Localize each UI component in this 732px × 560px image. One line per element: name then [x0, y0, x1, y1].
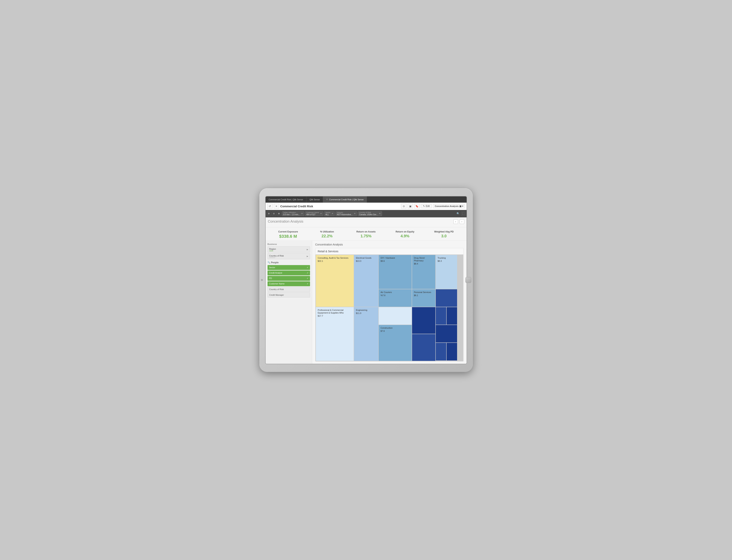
- back-button[interactable]: ↺: [267, 203, 272, 209]
- close-icon-sector[interactable]: ✕: [331, 212, 333, 215]
- sheet-label: Concentration Analysis: [435, 205, 459, 207]
- sidebar-country-risk-label: Country of Risk: [269, 255, 284, 257]
- bookmark-icon: 🔖: [416, 205, 419, 208]
- close-icon-tab3: ✕: [326, 198, 328, 201]
- country-of-risk-sidebar-label: Country of Risk: [269, 288, 284, 290]
- treemap-cell-drugstore[interactable]: Drug Store/ Pharmacy $8.4: [412, 255, 435, 289]
- main-content: Business Region ▶ Country of Risk ▶: [265, 241, 467, 364]
- treemap-cell-consulting[interactable]: Consulting, Audit & Tax Services $22.1: [316, 255, 354, 307]
- filter-icon-3[interactable]: ⊠: [277, 212, 281, 216]
- treemap-cell-construction[interactable]: Construction $7.6: [379, 325, 412, 361]
- next-arrow-icon: ›: [462, 220, 462, 223]
- treemap-cell-dark-6[interactable]: [447, 343, 457, 360]
- region-arrow-icon: ▶: [307, 248, 308, 251]
- kpi-current-exposure-label: Current Exposure: [269, 230, 308, 233]
- credit-analyst-checkmark-icon: ✓: [307, 272, 308, 274]
- filter-icon-2[interactable]: ⊟: [272, 212, 276, 216]
- filter-chip-industry[interactable]: Industry NOT Automotive... ✕: [335, 211, 357, 216]
- app-toolbar: ↺ ≡ Commercial Credit Risk ⊙ ▣ 🔖 ✎ Edit …: [265, 203, 467, 210]
- sidebar-country-risk-item[interactable]: Country of Risk ▶: [267, 253, 310, 259]
- treemap-cell-dark-col4-1[interactable]: [412, 307, 435, 334]
- browser-tab-3-label: Commercial Credit Risk | Qlik Sense: [329, 198, 363, 201]
- prev-arrow-icon: ‹: [455, 220, 456, 223]
- sidebar-credit-analyst-item[interactable]: Credit Analyst ✓: [267, 270, 310, 275]
- browser-tab-1[interactable]: Commercial Credit Risk | Qlik Sense: [265, 196, 306, 203]
- treemap-grid: Consulting, Audit & Tax Services $22.1 E…: [315, 255, 463, 361]
- bookmark-button[interactable]: 🔖: [414, 203, 420, 209]
- monitor-icon: ▣: [409, 205, 412, 208]
- sheet-selector[interactable]: Concentration Analysis ▦ ▾: [433, 204, 465, 208]
- treemap-cell-professional[interactable]: Professional & Commercial Equipment & Su…: [316, 307, 354, 361]
- sidebar-credit-manager-item[interactable]: Credit Manager: [267, 292, 310, 297]
- sector-checkmark-icon: ✓: [307, 266, 308, 269]
- country-risk-arrow-icon: ▶: [307, 255, 308, 257]
- filter-chip-country[interactable]: Country of Risk Canada, USAm Ger... ✕: [358, 211, 382, 216]
- camera-button[interactable]: ⊙: [401, 203, 407, 209]
- monitor-button[interactable]: ▣: [408, 203, 413, 209]
- fullscreen-icon[interactable]: ⛶: [461, 212, 466, 216]
- browser-tab-2[interactable]: Qlik Sense: [306, 196, 323, 203]
- customer-name-label: Customer Name: [269, 283, 284, 285]
- menu-button[interactable]: ≡: [274, 203, 279, 209]
- sidebar: Business Region ▶ Country of Risk ▶: [265, 241, 312, 364]
- main-panel: Concentration Analysis Retail & Services…: [312, 241, 467, 364]
- treemap-cell-diy[interactable]: DIY / Hardware $9.6: [379, 255, 412, 289]
- search-icon[interactable]: 🔍: [457, 212, 460, 215]
- treemap-cell-dark-col4-2[interactable]: [412, 334, 435, 361]
- tablet: Commercial Credit Risk | Qlik Sense Qlik…: [259, 188, 473, 372]
- treemap-cell-dark-1[interactable]: [436, 289, 457, 307]
- camera-icon: ⊙: [403, 205, 405, 208]
- kpi-return-assets-value: 1.75%: [346, 234, 386, 238]
- treemap-cell-electrical[interactable]: Electrical Goods $13.3: [354, 255, 378, 307]
- customer-name-checkmark-icon: ✓: [307, 283, 308, 285]
- next-page-button[interactable]: ›: [460, 219, 464, 224]
- filter-chip-utilisation[interactable]: Today Utilisation... 0.0 mm – 1.0 mm... …: [282, 211, 304, 216]
- sidebar-pd-item[interactable]: PD ✓: [267, 276, 310, 281]
- page-nav-arrows: ‹ ›: [454, 219, 464, 224]
- business-section-label: Business: [267, 243, 310, 245]
- credit-analyst-label: Credit Analyst: [269, 272, 282, 274]
- kpi-return-equity: Return on Equity 4.9%: [386, 230, 425, 239]
- dropdown-icon: ▾: [462, 205, 463, 207]
- treemap-cell-dark-2[interactable]: [436, 307, 446, 325]
- treemap-cell-personal[interactable]: Personal Services $6.1: [412, 289, 435, 307]
- sidebar-customer-name-item[interactable]: Customer Name ✓: [267, 281, 310, 286]
- kpi-return-equity-label: Return on Equity: [386, 230, 425, 233]
- treemap-cell-spacer: [379, 307, 412, 325]
- treemap-cell-trucking[interactable]: Trucking $8.3: [436, 255, 457, 289]
- prev-page-button[interactable]: ‹: [454, 219, 458, 224]
- kpi-weighted-pd-label: Weighted Abg PD: [425, 230, 464, 233]
- kpi-current-exposure-value: $338.6 M: [269, 234, 308, 239]
- close-icon-utilisation[interactable]: ✕: [301, 212, 303, 215]
- tablet-right-button[interactable]: [466, 277, 471, 283]
- filter-icon-1[interactable]: ⊞: [267, 212, 271, 216]
- treemap-cell-engineering[interactable]: Engineering $11.0: [354, 307, 378, 361]
- people-search-icon: 🔍: [267, 261, 270, 264]
- edit-label: Edit: [426, 205, 430, 207]
- edit-button[interactable]: ✎ Edit: [421, 204, 432, 208]
- chart-icon: ▦: [460, 205, 461, 207]
- pd-checkmark-icon: ✓: [307, 277, 308, 280]
- page-title: Concentration Analysis: [268, 220, 303, 224]
- close-icon-country[interactable]: ✕: [379, 212, 381, 215]
- credit-manager-label: Credit Manager: [269, 294, 284, 296]
- browser-tab-3[interactable]: ✕ Commercial Credit Risk | Qlik Sense: [323, 196, 367, 203]
- treemap-cell-dark-3[interactable]: [447, 307, 457, 325]
- sidebar-country-of-risk-item[interactable]: Country of Risk: [267, 287, 310, 292]
- treemap-cell-dark-4[interactable]: [436, 325, 457, 342]
- filter-chip-sector[interactable]: Sector ALL ✕: [324, 211, 335, 216]
- kpi-weighted-pd-value: 3.0: [425, 234, 464, 238]
- filter-bar: ⊞ ⊟ ⊠ Today Utilisation... 0.0 mm – 1.0 …: [265, 210, 467, 217]
- app-title: Commercial Credit Risk: [280, 205, 400, 208]
- treemap-cell-dark-5[interactable]: [436, 343, 446, 360]
- treemap-cell-aircouriers[interactable]: Air Couriers %7.6: [379, 289, 412, 307]
- close-icon-industry[interactable]: ✕: [354, 212, 355, 215]
- sector-label: Sector: [269, 266, 275, 269]
- close-icon-customer[interactable]: ✕: [320, 212, 322, 215]
- people-label: People: [271, 261, 278, 264]
- browser-tabs: Commercial Credit Risk | Qlik Sense Qlik…: [265, 196, 467, 203]
- chart-title: Concentration Analysis: [315, 243, 464, 246]
- sidebar-region-item[interactable]: Region ▶: [267, 246, 310, 252]
- sidebar-sector-item[interactable]: Sector ✓: [267, 265, 310, 270]
- filter-chip-customer[interactable]: Customer Name 464 of 527 ✕: [305, 211, 323, 216]
